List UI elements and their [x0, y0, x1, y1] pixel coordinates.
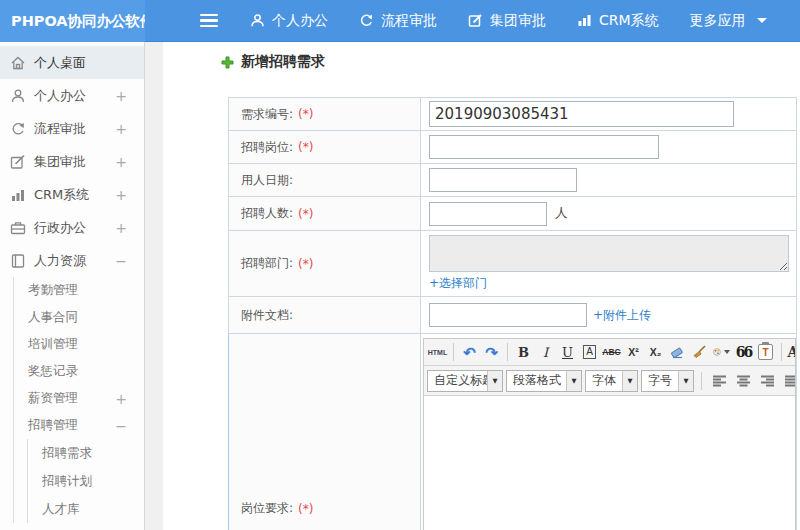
html-label: HTML: [428, 349, 447, 356]
paste-text-button[interactable]: T: [755, 342, 776, 363]
sidebar-item-group-approval[interactable]: 集团审批 +: [0, 145, 144, 178]
top-nav-menu: 个人办公 流程审批 集团审批 CRM系统 更多应用: [250, 12, 767, 30]
topnav-crm-system[interactable]: CRM系统: [577, 12, 659, 30]
sidebar-item-personal-desktop[interactable]: 个人桌面: [0, 46, 144, 79]
topnav-workflow-approval[interactable]: 流程审批: [359, 12, 437, 30]
sidebar-subitem-hr-contract[interactable]: 人事合同: [14, 304, 144, 331]
eraser-button[interactable]: [667, 342, 688, 363]
undo-icon: ↶: [463, 345, 476, 360]
undo-button[interactable]: ↶: [459, 342, 480, 363]
page-title: 新增招聘需求: [221, 53, 325, 71]
menu-toggle-icon[interactable]: [200, 14, 218, 28]
expand-minus-icon[interactable]: −: [115, 418, 127, 434]
subscript-button[interactable]: X₂: [645, 342, 666, 363]
hire-date-input[interactable]: [429, 168, 577, 192]
sidebar-item-label: 招聘需求: [42, 445, 92, 462]
person-icon: [250, 13, 265, 28]
expand-plus-icon[interactable]: +: [115, 154, 127, 170]
sidebar-subitem-recruit-mgmt[interactable]: 招聘管理 −: [14, 412, 144, 439]
recruit-submenu: 招聘需求 招聘计划 人才库: [27, 439, 144, 523]
blockquote-button[interactable]: 66: [733, 342, 754, 363]
sidebar-item-label: CRM系统: [34, 186, 89, 204]
align-left-button[interactable]: [709, 370, 730, 391]
format-brush-button[interactable]: [689, 342, 710, 363]
eraser-icon: [670, 345, 685, 359]
label-text: 附件文档:: [241, 307, 293, 324]
edit-icon: [468, 13, 483, 28]
required-mark: (*): [298, 257, 313, 271]
sidebar-subitem-talent-pool[interactable]: 人才库: [28, 495, 144, 523]
top-navigation-bar: PHPOA协同办公软件 个人办公 流程审批 集团审批 CRM系统 更多应用: [0, 0, 800, 42]
sidebar-item-label: 薪资管理: [28, 390, 78, 407]
expand-plus-icon[interactable]: +: [115, 88, 127, 104]
topnav-more-apps[interactable]: 更多应用: [690, 12, 767, 30]
sidebar-item-admin-office[interactable]: 行政办公 +: [0, 211, 144, 244]
headcount-unit: 人: [555, 205, 568, 222]
align-center-button[interactable]: [733, 370, 754, 391]
expand-plus-icon[interactable]: +: [115, 121, 127, 137]
attachment-input[interactable]: [429, 303, 587, 327]
position-input[interactable]: [429, 135, 659, 159]
sidebar-subitem-attendance[interactable]: 考勤管理: [14, 277, 144, 304]
strikethrough-button[interactable]: ABC: [601, 342, 622, 363]
sidebar-item-workflow-approval[interactable]: 流程审批 +: [0, 112, 144, 145]
strikethrough-icon: ABC: [602, 347, 620, 357]
attachment-upload-link[interactable]: +附件上传: [593, 307, 651, 324]
sidebar-item-human-resources[interactable]: 人力资源 −: [0, 244, 144, 277]
main-content-panel: 新增招聘需求 需求编号: (*) 招聘岗位: (*) 用人: [163, 42, 800, 530]
font-color-button[interactable]: A: [787, 342, 795, 363]
subscript-icon: X₂: [650, 346, 662, 358]
label-text: 用人日期:: [241, 172, 293, 189]
department-label: 招聘部门: (*): [229, 231, 421, 296]
sidebar-item-label: 培训管理: [28, 336, 78, 353]
expand-plus-icon[interactable]: +: [115, 220, 127, 236]
label-text: 招聘岗位:: [241, 139, 293, 156]
html-source-button[interactable]: HTML: [427, 342, 448, 363]
font-size-select[interactable]: 字号 ▼: [641, 370, 694, 392]
sidebar-subitem-training[interactable]: 培训管理: [14, 331, 144, 358]
custom-title-select[interactable]: 自定义标题 ▼: [427, 370, 503, 392]
sidebar-subitem-recruit-demand[interactable]: 招聘需求: [28, 439, 144, 467]
editor-content-area[interactable]: [424, 396, 795, 530]
chevron-down-icon: ▼: [622, 371, 637, 391]
font-family-select[interactable]: 字体 ▼: [585, 370, 638, 392]
bold-button[interactable]: B: [513, 342, 534, 363]
color-palette-button[interactable]: [711, 342, 732, 363]
expand-minus-icon[interactable]: −: [115, 253, 127, 269]
home-icon: [10, 55, 26, 71]
select-value: 自定义标题: [428, 371, 487, 391]
expand-plus-icon[interactable]: +: [115, 187, 127, 203]
align-center-icon: [736, 375, 751, 387]
superscript-icon: X²: [628, 346, 639, 358]
topnav-group-approval[interactable]: 集团审批: [468, 12, 546, 30]
form-row-position: 招聘岗位: (*): [229, 131, 796, 164]
sidebar-subitem-recruit-plan[interactable]: 招聘计划: [28, 467, 144, 495]
sidebar-item-label: 个人办公: [34, 87, 86, 105]
headcount-input[interactable]: [429, 202, 547, 226]
superscript-button[interactable]: X²: [623, 342, 644, 363]
editor-toolbar-row1: HTML ↶ ↷ B I: [424, 339, 795, 366]
demand-no-input[interactable]: [429, 101, 734, 127]
redo-button[interactable]: ↷: [481, 342, 502, 363]
underline-button[interactable]: U: [557, 342, 578, 363]
sidebar-item-crm-system[interactable]: CRM系统 +: [0, 178, 144, 211]
font-style-button[interactable]: A: [579, 342, 600, 363]
workflow-icon: [10, 121, 26, 137]
sidebar-subitem-rewards[interactable]: 奖惩记录: [14, 358, 144, 385]
sidebar-item-label: 招聘管理: [28, 417, 78, 434]
paragraph-format-select[interactable]: 段落格式 ▼: [506, 370, 582, 392]
align-justify-button[interactable]: [781, 370, 795, 391]
sidebar-item-personal-office[interactable]: 个人办公 +: [0, 79, 144, 112]
chevron-down-icon: [757, 18, 767, 23]
align-justify-icon: [784, 375, 795, 387]
sidebar-subitem-salary[interactable]: 薪资管理 +: [14, 385, 144, 412]
italic-button[interactable]: I: [535, 342, 556, 363]
topnav-personal-office[interactable]: 个人办公: [250, 12, 328, 30]
sidebar: 个人桌面 个人办公 + 流程审批 + 集团审批 + CRM系统 + 行政办公 +…: [0, 42, 145, 530]
select-department-link[interactable]: +选择部门: [429, 275, 487, 292]
department-textarea[interactable]: [429, 235, 789, 272]
align-right-button[interactable]: [757, 370, 778, 391]
app-logo[interactable]: PHPOA协同办公软件: [0, 0, 145, 42]
format-brush-icon: [692, 345, 707, 359]
expand-plus-icon[interactable]: +: [115, 391, 127, 407]
